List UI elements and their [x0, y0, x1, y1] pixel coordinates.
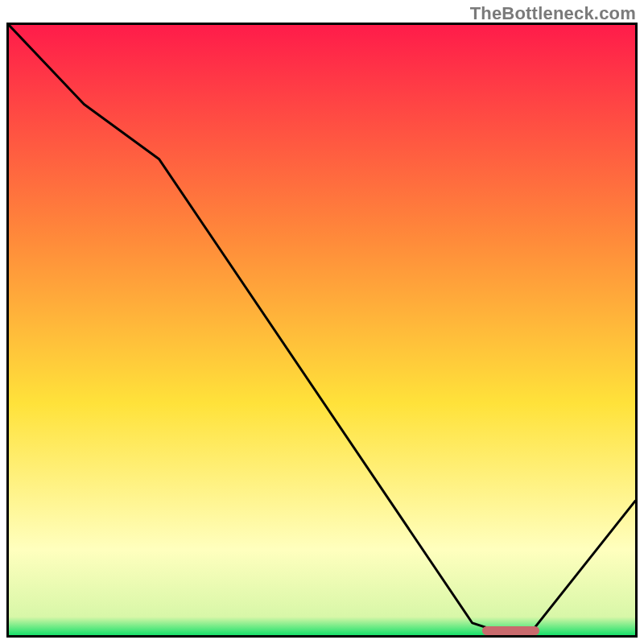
- watermark-text: TheBottleneck.com: [470, 3, 636, 24]
- line-curve: [9, 25, 635, 635]
- chart-container: TheBottleneck.com: [0, 0, 644, 644]
- minimum-marker: [482, 626, 539, 635]
- plot-area: [6, 23, 638, 638]
